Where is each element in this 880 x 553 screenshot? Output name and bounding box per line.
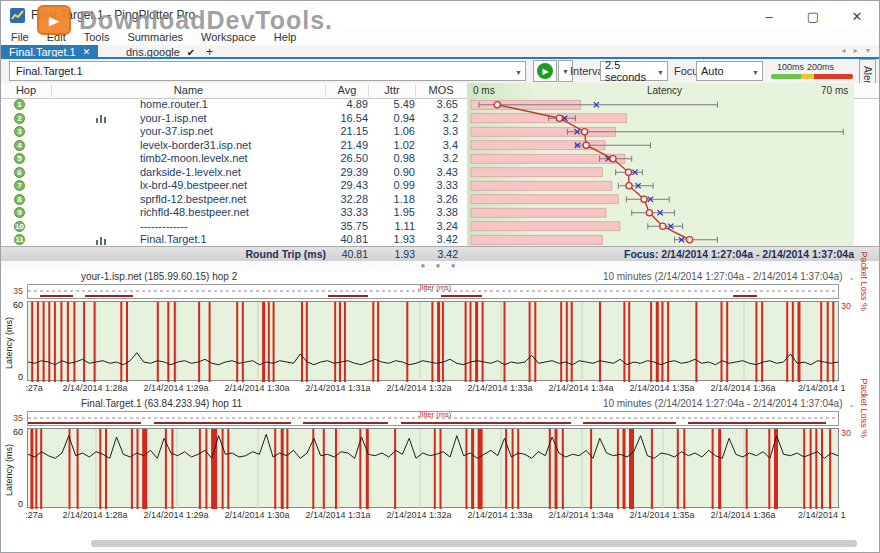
- mos-value: 3.3: [416, 125, 458, 139]
- mos-value: 3.33: [416, 179, 458, 193]
- jitter-value: 0.98: [369, 152, 415, 166]
- hop-name[interactable]: your-1.isp.net: [140, 112, 207, 126]
- x-axis-label: 2/14/2014 1: [798, 510, 854, 520]
- horizontal-scrollbar[interactable]: [91, 540, 857, 547]
- hop-name[interactable]: home.router.1: [140, 98, 208, 112]
- menu-item-file[interactable]: File: [11, 31, 29, 43]
- panel-splitter[interactable]: ● ● ●: [1, 261, 879, 271]
- x-axis-label: 2/14/2014 1:33a: [460, 383, 540, 393]
- menu-item-summaries[interactable]: Summaries: [127, 31, 183, 43]
- latency-axis-max: 60: [7, 427, 23, 437]
- latency-axis-min: 0: [7, 372, 23, 382]
- latency-time-plot[interactable]: [27, 428, 839, 508]
- minimize-button[interactable]: –: [747, 1, 791, 31]
- col-avg[interactable]: Avg: [326, 84, 369, 97]
- x-axis-label: 2/14/2014 1:32a: [379, 383, 459, 393]
- table-row[interactable]: 10-------------35.751.113.24: [1, 220, 467, 234]
- play-icon: ▶: [537, 63, 553, 79]
- graph-icon[interactable]: [96, 114, 106, 123]
- table-row[interactable]: 8sprfld-12.bestpeer.net32.281.183.26: [1, 193, 467, 207]
- loss-axis-title: Packet Loss %: [859, 251, 869, 311]
- avg-value: 21.15: [326, 125, 368, 139]
- timeline-panel-hop-11: Final.Target.1 (63.84.233.94) hop 11 10 …: [1, 398, 879, 525]
- maximize-button[interactable]: ▢: [791, 1, 835, 31]
- menu-item-workspace[interactable]: Workspace: [201, 31, 256, 43]
- tab-check-icon: ✔: [187, 47, 195, 58]
- hop-name[interactable]: levelx-border31.isp.net: [140, 139, 251, 153]
- app-window: Final.Target.1 - PingPlotter Pro – ▢ ✕ ▶…: [0, 0, 880, 553]
- target-combobox[interactable]: ▼: [9, 61, 526, 81]
- col-jttr[interactable]: Jttr: [369, 84, 416, 97]
- round-trip-jttr: 1.93: [369, 247, 415, 261]
- table-row[interactable]: 6darkside-1.levelx.net29.390.903.43: [1, 166, 467, 180]
- jitter-strip[interactable]: Jitter (ms): [27, 284, 839, 299]
- hop-name[interactable]: your-37.isp.net: [140, 125, 213, 139]
- chevron-down-icon[interactable]: ▼: [657, 69, 664, 76]
- jitter-value: 1.18: [369, 193, 415, 207]
- x-axis-label: 2/14/2014 1:31a: [298, 510, 378, 520]
- time-range-selector[interactable]: 10 minutes (2/14/2014 1:27:04a - 2/14/20…: [603, 398, 855, 409]
- chevron-down-icon[interactable]: ▼: [752, 69, 759, 76]
- start-trace-button[interactable]: ▶: [533, 60, 557, 82]
- col-name[interactable]: Name: [52, 84, 326, 97]
- time-range-selector[interactable]: 10 minutes (2/14/2014 1:27:04a - 2/14/20…: [603, 271, 855, 282]
- hop-name[interactable]: darkside-1.levelx.net: [140, 166, 241, 180]
- col-hop[interactable]: Hop: [1, 84, 52, 97]
- avg-latency-point: [556, 115, 562, 121]
- hop-name[interactable]: Final.Target.1: [140, 233, 207, 247]
- menu-item-help[interactable]: Help: [274, 31, 297, 43]
- table-row[interactable]: 2 your-1.isp.net16.540.943.2: [1, 112, 467, 126]
- x-axis-label: 2/14/2014 1:30a: [217, 383, 297, 393]
- mos-value: 3.4: [416, 139, 458, 153]
- tab-close-icon[interactable]: ✕: [83, 47, 91, 57]
- mos-value: 3.42: [416, 233, 458, 247]
- x-axis-label: 2/14/2014 1:30a: [217, 510, 297, 520]
- hop-name[interactable]: -------------: [140, 220, 188, 234]
- table-row[interactable]: 7lx-brd-49.bestpeer.net29.430.993.33: [1, 179, 467, 193]
- title-bar: Final.Target.1 - PingPlotter Pro – ▢ ✕: [1, 1, 879, 29]
- hop-name[interactable]: sprfld-12.bestpeer.net: [140, 193, 246, 207]
- table-row[interactable]: 4levelx-border31.isp.net21.491.023.4: [1, 139, 467, 153]
- jitter-value: 1.02: [369, 139, 415, 153]
- mos-value: 3.38: [416, 206, 458, 220]
- close-button[interactable]: ✕: [835, 1, 879, 31]
- table-row[interactable]: 3your-37.isp.net21.151.063.3: [1, 125, 467, 139]
- chevron-down-icon[interactable]: ▼: [515, 69, 522, 76]
- table-row[interactable]: 9richfld-48.bestpeer.net33.331.953.38: [1, 206, 467, 220]
- jitter-value: 1.11: [369, 220, 415, 234]
- latency-time-plot[interactable]: [27, 301, 839, 381]
- latency-range-bar: [471, 235, 602, 244]
- x-axis-label: 2/14/2014 1:28a: [55, 383, 135, 393]
- x-axis-label: 2/14/2014 1:29a: [136, 383, 216, 393]
- scale-100ms-label: 100ms: [777, 62, 804, 72]
- hop-name[interactable]: lx-brd-49.bestpeer.net: [140, 179, 247, 193]
- avg-value: 4.89: [326, 98, 368, 112]
- latency-color-scale: [771, 74, 853, 79]
- hop-name[interactable]: timb2-moon.levelx.net: [140, 152, 248, 166]
- focus-select[interactable]: Auto ▼: [696, 61, 763, 81]
- hop-number-badge: 7: [14, 180, 25, 191]
- mos-value: 3.2: [416, 152, 458, 166]
- menu-item-tools[interactable]: Tools: [84, 31, 110, 43]
- hop-number-badge: 6: [14, 167, 25, 178]
- col-mos[interactable]: MOS: [416, 84, 466, 97]
- interval-select[interactable]: 2.5 seconds ▼: [600, 61, 668, 81]
- x-axis-label: 2/14/2014 1: [798, 383, 854, 393]
- graph-icon[interactable]: [96, 236, 106, 245]
- menu-item-edit[interactable]: Edit: [47, 31, 66, 43]
- latency-range-bar: [471, 195, 618, 204]
- hop-name[interactable]: richfld-48.bestpeer.net: [140, 206, 249, 220]
- avg-value: 33.33: [326, 206, 368, 220]
- table-row[interactable]: 1home.router.14.895.493.65: [1, 98, 467, 112]
- tab-scroll-arrows[interactable]: ◂ ▸ ▾: [842, 46, 874, 55]
- trace-latency-graph[interactable]: [467, 98, 854, 246]
- mos-value: 3.26: [416, 193, 458, 207]
- jitter-strip[interactable]: Jitter (ms): [27, 411, 839, 426]
- latency-axis-title: Latency: [647, 85, 682, 96]
- hop-number-badge: 4: [14, 140, 25, 151]
- table-row[interactable]: 11 Final.Target.140.811.933.42: [1, 233, 467, 247]
- target-input[interactable]: [14, 64, 508, 78]
- x-axis-label: 2/14/2014 1:31a: [298, 383, 378, 393]
- table-row[interactable]: 5timb2-moon.levelx.net26.500.983.2: [1, 152, 467, 166]
- avg-latency-point: [583, 142, 589, 148]
